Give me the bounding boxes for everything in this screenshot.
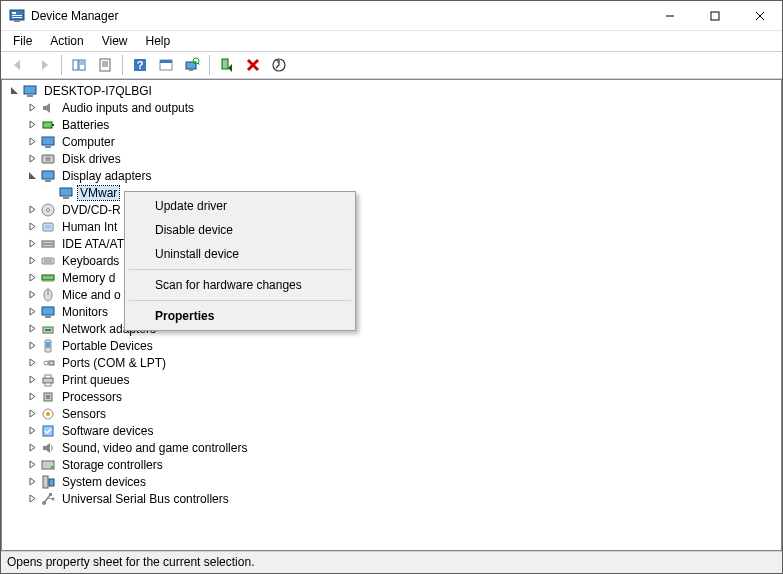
tree-category-node[interactable]: Sensors	[2, 405, 781, 422]
expander-icon[interactable]	[24, 100, 40, 116]
tree-category-node[interactable]: Ports (COM & LPT)	[2, 354, 781, 371]
menubar: File Action View Help	[1, 31, 782, 51]
expander-icon[interactable]	[24, 287, 40, 303]
expander-icon[interactable]	[24, 151, 40, 167]
tree-category-node[interactable]: Storage controllers	[2, 456, 781, 473]
dvd-icon	[40, 202, 56, 218]
expander-icon[interactable]	[24, 372, 40, 388]
ctx-update-driver[interactable]: Update driver	[127, 194, 353, 218]
tree-category-node[interactable]: Audio inputs and outputs	[2, 99, 781, 116]
expander-icon[interactable]	[24, 491, 40, 507]
tree-category-node[interactable]: Memory d	[2, 269, 781, 286]
tree-category-node[interactable]: Display adapters	[2, 167, 781, 184]
expander-icon[interactable]	[24, 474, 40, 490]
tree-category-node[interactable]: Portable Devices	[2, 337, 781, 354]
ctx-scan-hardware[interactable]: Scan for hardware changes	[127, 273, 353, 297]
mouse-icon	[40, 287, 56, 303]
expander-icon[interactable]	[24, 168, 40, 184]
svg-point-65	[44, 361, 48, 365]
tree-category-node[interactable]: Universal Serial Bus controllers	[2, 490, 781, 507]
minimize-button[interactable]	[647, 1, 692, 30]
ctx-properties[interactable]: Properties	[127, 304, 353, 328]
expander-spacer	[42, 185, 58, 201]
svg-rect-64	[46, 342, 50, 348]
tree-category-node[interactable]: Disk drives	[2, 150, 781, 167]
display-icon	[58, 185, 74, 201]
svg-point-36	[46, 156, 51, 161]
device-tree[interactable]: DESKTOP-I7QLBGI Audio inputs and outputs…	[1, 79, 782, 551]
expander-icon[interactable]	[24, 117, 40, 133]
expander-icon[interactable]	[24, 253, 40, 269]
menu-help[interactable]: Help	[138, 32, 179, 50]
ctx-uninstall-device[interactable]: Uninstall device	[127, 242, 353, 266]
expander-icon[interactable]	[24, 338, 40, 354]
expander-icon[interactable]	[24, 389, 40, 405]
back-button[interactable]	[6, 54, 30, 76]
menu-view[interactable]: View	[94, 32, 136, 50]
tree-category-node[interactable]: Keyboards	[2, 252, 781, 269]
menu-file[interactable]: File	[5, 32, 40, 50]
expander-icon[interactable]	[24, 219, 40, 235]
expander-icon[interactable]	[24, 423, 40, 439]
tree-category-node[interactable]: Processors	[2, 388, 781, 405]
expander-icon[interactable]	[24, 406, 40, 422]
properties-button[interactable]	[93, 54, 117, 76]
tree-category-node[interactable]: Monitors	[2, 303, 781, 320]
tree-category-node[interactable]: Computer	[2, 133, 781, 150]
svg-rect-69	[45, 383, 51, 386]
tree-category-node[interactable]: IDE ATA/AT	[2, 235, 781, 252]
expander-icon[interactable]	[24, 202, 40, 218]
uninstall-button[interactable]	[241, 54, 265, 76]
tree-root-node[interactable]: DESKTOP-I7QLBGI	[2, 82, 781, 99]
tree-category-node[interactable]: Sound, video and game controllers	[2, 439, 781, 456]
expander-icon[interactable]	[24, 355, 40, 371]
expander-icon[interactable]	[24, 270, 40, 286]
tree-node-label: Storage controllers	[60, 458, 165, 472]
svg-rect-37	[42, 171, 54, 179]
forward-button[interactable]	[32, 54, 56, 76]
expander-icon[interactable]	[24, 304, 40, 320]
ctx-disable-device[interactable]: Disable device	[127, 218, 353, 242]
tree-node-label: Universal Serial Bus controllers	[60, 492, 231, 506]
toolbar-separator	[122, 55, 123, 75]
tree-node-label: Display adapters	[60, 169, 153, 183]
toolbar-separator	[61, 55, 62, 75]
sound-icon	[40, 440, 56, 456]
tree-category-node[interactable]: Software devices	[2, 422, 781, 439]
expander-icon[interactable]	[24, 440, 40, 456]
tree-category-node[interactable]: System devices	[2, 473, 781, 490]
tree-category-node[interactable]: Network adapters	[2, 320, 781, 337]
tree-node-label: Sound, video and game controllers	[60, 441, 249, 455]
svg-rect-1	[12, 12, 16, 14]
tree-category-node[interactable]: Batteries	[2, 116, 781, 133]
titlebar: Device Manager	[1, 1, 782, 31]
window-title: Device Manager	[31, 9, 647, 23]
tree-category-node[interactable]: Human Int	[2, 218, 781, 235]
update-button[interactable]	[267, 54, 291, 76]
close-button[interactable]	[737, 1, 782, 30]
svg-rect-4	[14, 20, 20, 22]
maximize-button[interactable]	[692, 1, 737, 30]
svg-rect-77	[43, 476, 48, 488]
hid-icon	[40, 219, 56, 235]
expander-icon[interactable]	[6, 83, 22, 99]
tree-category-node[interactable]: Print queues	[2, 371, 781, 388]
tree-node-label: Disk drives	[60, 152, 123, 166]
svg-rect-39	[60, 188, 72, 196]
expander-icon[interactable]	[24, 236, 40, 252]
enable-button[interactable]	[215, 54, 239, 76]
action-button[interactable]	[154, 54, 178, 76]
tree-category-node[interactable]: Mice and o	[2, 286, 781, 303]
expander-icon[interactable]	[24, 134, 40, 150]
scan-button[interactable]	[180, 54, 204, 76]
show-hide-console-button[interactable]	[67, 54, 91, 76]
printer-icon	[40, 372, 56, 388]
tree-category-node[interactable]: DVD/CD-R	[2, 201, 781, 218]
keyboard-icon	[40, 253, 56, 269]
help-button[interactable]: ?	[128, 54, 152, 76]
tree-device-node[interactable]: VMwar	[2, 184, 781, 201]
tree-node-label: System devices	[60, 475, 148, 489]
expander-icon[interactable]	[24, 457, 40, 473]
menu-action[interactable]: Action	[42, 32, 91, 50]
expander-icon[interactable]	[24, 321, 40, 337]
